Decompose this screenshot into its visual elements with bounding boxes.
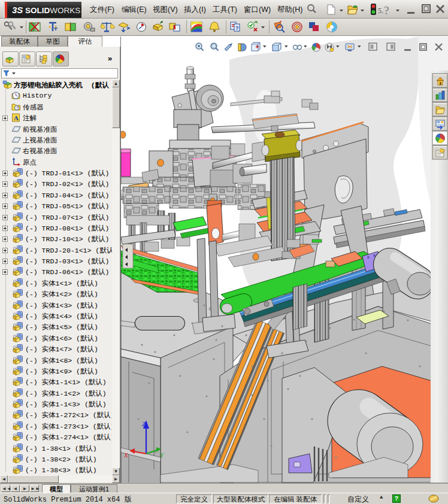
svg-text:5.: 5. <box>378 7 383 15</box>
svg-text:Z: Z <box>142 420 146 427</box>
svg-text:SOLIDWORKS: SOLIDWORKS <box>25 6 80 15</box>
svg-text:?: ? <box>235 25 239 31</box>
svg-text:A: A <box>14 114 19 122</box>
svg-text:X: X <box>123 451 129 459</box>
svg-text:?: ? <box>384 4 389 17</box>
svg-text:3S: 3S <box>12 5 23 15</box>
